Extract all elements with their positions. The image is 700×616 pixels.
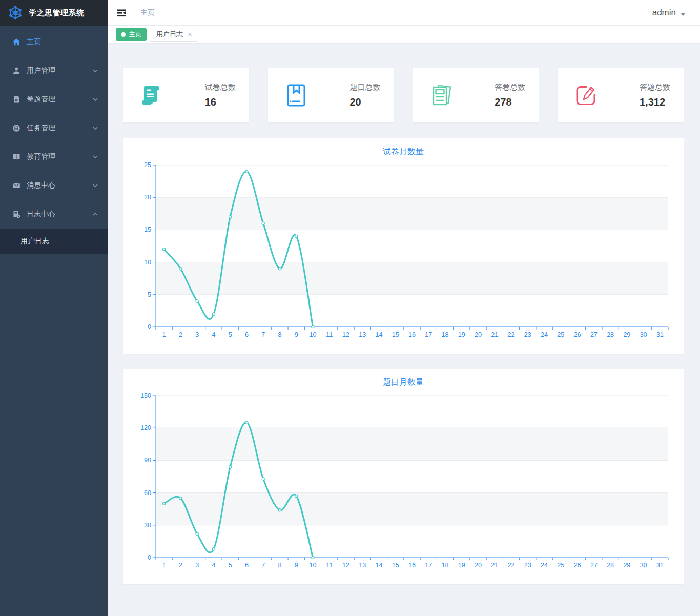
data-point bbox=[212, 313, 215, 315]
data-point bbox=[245, 421, 248, 424]
exam-monthly-chart: 0510152025123456789101112131415161718192… bbox=[133, 160, 672, 344]
x-tick-label: 31 bbox=[656, 562, 664, 569]
sidebar-item-message-center[interactable]: 消息中心 bbox=[0, 171, 108, 200]
y-tick-label: 5 bbox=[148, 291, 151, 298]
x-tick-label: 22 bbox=[508, 562, 515, 569]
x-tick-label: 2 bbox=[179, 331, 182, 338]
x-tick-label: 28 bbox=[607, 562, 614, 569]
x-tick-label: 8 bbox=[278, 562, 281, 569]
y-tick-label: 10 bbox=[144, 259, 151, 266]
x-tick-label: 19 bbox=[458, 331, 465, 338]
x-tick-label: 15 bbox=[392, 331, 399, 338]
tab-bar: 主页用户日志✕ bbox=[108, 26, 700, 44]
stat-label: 题目总数 bbox=[350, 83, 381, 92]
x-tick-label: 8 bbox=[278, 331, 281, 338]
data-point bbox=[278, 268, 281, 270]
grid-band bbox=[156, 493, 668, 525]
x-tick-label: 13 bbox=[359, 562, 366, 569]
x-tick-label: 1 bbox=[162, 562, 166, 569]
sidebar-item-user-mgmt[interactable]: 用户管理 bbox=[0, 56, 108, 85]
sidebar-subitem-user-log[interactable]: 用户日志 bbox=[0, 229, 108, 254]
x-tick-label: 27 bbox=[590, 331, 598, 338]
paper-icon bbox=[12, 95, 20, 104]
x-tick-label: 25 bbox=[557, 562, 564, 569]
x-tick-label: 13 bbox=[359, 331, 366, 338]
user-dropdown[interactable]: admin bbox=[652, 8, 686, 18]
sidebar: 学之思管理系统 主页用户管理卷题管理任务管理教育管理消息中心日志中心用户日志 bbox=[0, 0, 108, 616]
y-tick-label: 0 bbox=[148, 323, 151, 331]
x-tick-label: 30 bbox=[640, 331, 647, 338]
data-point bbox=[278, 509, 281, 511]
app-title: 学之思管理系统 bbox=[29, 8, 85, 18]
data-point bbox=[295, 495, 298, 497]
answer-sheets-icon bbox=[428, 82, 455, 109]
stat-card-2: 答卷总数278 bbox=[413, 68, 539, 122]
chevron-down-icon bbox=[92, 68, 98, 74]
chevron-down-icon bbox=[92, 96, 98, 102]
chevron-down-icon bbox=[681, 13, 686, 16]
data-point bbox=[295, 235, 298, 237]
x-tick-label: 17 bbox=[425, 562, 432, 569]
sidebar-item-task-mgmt[interactable]: 任务管理 bbox=[0, 114, 108, 142]
data-point bbox=[262, 222, 264, 224]
menu-fold-icon[interactable] bbox=[116, 7, 127, 18]
x-tick-label: 11 bbox=[326, 562, 333, 569]
tag-dot-icon bbox=[121, 32, 126, 37]
content-area: 试卷总数16题目总数20答卷总数278答题总数1,312 试卷月数量 05101… bbox=[108, 44, 700, 616]
data-point bbox=[163, 502, 166, 505]
breadcrumb[interactable]: 主页 bbox=[140, 8, 155, 17]
chevron-down-icon bbox=[92, 154, 98, 160]
data-point bbox=[245, 170, 248, 173]
card-text: 答题总数1,312 bbox=[640, 83, 670, 108]
card-text: 试卷总数16 bbox=[205, 83, 236, 108]
x-tick-label: 15 bbox=[392, 562, 399, 569]
sidebar-item-paper-mgmt[interactable]: 卷题管理 bbox=[0, 85, 108, 114]
grid-band bbox=[156, 262, 668, 295]
stat-value: 1,312 bbox=[640, 96, 670, 108]
app-logo-icon bbox=[7, 5, 24, 21]
data-point bbox=[179, 497, 182, 500]
grid-band bbox=[156, 197, 668, 230]
x-tick-label: 26 bbox=[574, 331, 581, 338]
sidebar-item-home[interactable]: 主页 bbox=[0, 28, 108, 56]
data-point bbox=[196, 300, 198, 302]
x-tick-label: 6 bbox=[245, 331, 249, 338]
log-icon bbox=[12, 210, 20, 218]
x-tick-label: 19 bbox=[458, 562, 465, 569]
x-tick-label: 22 bbox=[508, 331, 515, 338]
data-point bbox=[163, 248, 166, 251]
x-tick-label: 3 bbox=[195, 331, 199, 338]
sidebar-item-label: 用户管理 bbox=[27, 66, 92, 75]
card-text: 答卷总数278 bbox=[495, 83, 525, 108]
chevron-down-icon bbox=[92, 125, 98, 131]
tab-1[interactable]: 用户日志✕ bbox=[150, 28, 197, 42]
data-point bbox=[312, 325, 314, 328]
stat-card-3: 答题总数1,312 bbox=[558, 68, 684, 122]
x-tick-label: 5 bbox=[229, 331, 232, 338]
tab-label: 主页 bbox=[129, 30, 141, 39]
data-point bbox=[196, 532, 198, 535]
chart-title-exam: 试卷月数量 bbox=[133, 147, 673, 160]
sidebar-item-edu-mgmt[interactable]: 教育管理 bbox=[0, 142, 108, 171]
sidebar-item-label: 教育管理 bbox=[27, 152, 92, 161]
x-tick-label: 24 bbox=[541, 562, 548, 569]
x-tick-label: 18 bbox=[442, 562, 449, 569]
x-tick-label: 9 bbox=[295, 562, 298, 569]
x-tick-label: 20 bbox=[475, 562, 482, 569]
tab-home-tag[interactable]: 主页 bbox=[116, 28, 147, 41]
data-point bbox=[212, 548, 215, 550]
y-tick-label: 15 bbox=[144, 226, 151, 233]
topbar: 主页 admin bbox=[108, 0, 700, 26]
stat-label: 答题总数 bbox=[640, 83, 670, 92]
x-tick-label: 12 bbox=[342, 331, 349, 338]
x-tick-label: 7 bbox=[261, 331, 265, 338]
data-point bbox=[312, 556, 314, 559]
exam-scroll-icon bbox=[138, 82, 165, 109]
close-icon[interactable]: ✕ bbox=[188, 32, 192, 37]
sidebar-item-label: 日志中心 bbox=[27, 210, 92, 219]
data-point bbox=[229, 216, 232, 218]
x-tick-label: 11 bbox=[326, 331, 333, 338]
stat-value: 16 bbox=[205, 96, 236, 108]
tab-label: 用户日志 bbox=[156, 30, 183, 39]
sidebar-item-log-center[interactable]: 日志中心 bbox=[0, 200, 108, 229]
